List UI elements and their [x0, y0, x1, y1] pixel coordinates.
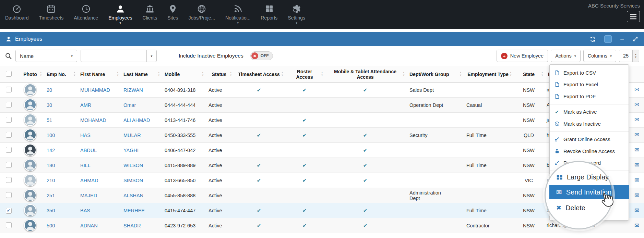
send-email-icon[interactable]: ✉	[634, 102, 639, 108]
spinner-icons[interactable]: ▲▼	[632, 50, 639, 62]
emp-no-link[interactable]: 500	[47, 223, 55, 228]
column-header-mobile-tablet-attendance-access[interactable]: Mobile & Tablet Attendance Access▲▼	[324, 66, 406, 83]
sort-icons[interactable]: ▲▼	[403, 71, 405, 77]
select-all-header[interactable]	[0, 66, 17, 83]
row-checkbox[interactable]: ✔	[6, 208, 12, 214]
first-name-link[interactable]: ADNAN	[80, 223, 98, 228]
nav-item-clients[interactable]: Clients▾	[137, 0, 162, 29]
emp-no-link[interactable]: 20	[47, 87, 52, 93]
avatar[interactable]	[24, 99, 36, 111]
sort-icons[interactable]: ▲▼	[158, 71, 160, 77]
last-name-link[interactable]: RIZWAN	[123, 87, 143, 93]
row-checkbox[interactable]	[6, 192, 12, 198]
sort-icons[interactable]: ▲▼	[460, 71, 462, 77]
new-employee-button[interactable]: + New Employee	[497, 50, 548, 62]
include-inactive-toggle[interactable]: ✖ OFF	[250, 51, 273, 60]
columns-button[interactable]: Columns ▾	[583, 50, 616, 62]
emp-no-link[interactable]: 142	[47, 148, 55, 153]
row-checkbox[interactable]	[6, 117, 12, 123]
first-name-link[interactable]: MAJED	[80, 193, 97, 198]
avatar[interactable]	[24, 189, 36, 201]
search-field-select[interactable]: Name ▾	[15, 50, 77, 62]
sort-icons[interactable]: ▲▼	[73, 71, 76, 77]
nav-item-settings[interactable]: Settings▾	[283, 0, 310, 29]
send-email-icon[interactable]: ✉	[634, 222, 639, 229]
row-checkbox[interactable]	[6, 102, 12, 108]
column-header-mobile[interactable]: Mobile▲▼	[161, 66, 205, 83]
last-name-link[interactable]: YAGHI	[123, 148, 139, 153]
avatar[interactable]	[24, 114, 36, 126]
column-header-emp-no[interactable]: Emp No.▲▼	[43, 66, 77, 83]
column-header-employment-type[interactable]: Employment Type▲▼	[463, 66, 513, 83]
column-header-state[interactable]: State▲▼	[513, 66, 545, 83]
column-header-last-name[interactable]: Last Name▲▼	[120, 66, 161, 83]
nav-item-timesheets[interactable]: Timesheets▾	[34, 0, 69, 29]
nav-item-sites[interactable]: Sites▾	[162, 0, 183, 29]
menu-item-revoke-online-access[interactable]: Revoke Online Access	[550, 145, 629, 157]
row-checkbox[interactable]	[6, 132, 12, 138]
first-name-link[interactable]: MUHAMMAD	[80, 87, 110, 93]
row-checkbox[interactable]	[6, 87, 12, 92]
avatar[interactable]	[24, 174, 36, 186]
sort-icons[interactable]: ▲▼	[321, 71, 323, 77]
menu-item-large-display[interactable]: Large Display	[549, 169, 629, 185]
first-name-link[interactable]: BILL	[80, 163, 91, 168]
row-checkbox[interactable]	[6, 177, 12, 183]
avatar[interactable]	[24, 204, 36, 216]
refresh-icon[interactable]	[589, 36, 596, 42]
hamburger-menu-button[interactable]	[627, 11, 640, 22]
last-name-link[interactable]: ALI AHMAD	[123, 117, 150, 123]
avatar[interactable]	[24, 144, 36, 156]
first-name-link[interactable]: AMR	[80, 102, 91, 108]
last-name-link[interactable]: MULAR	[123, 133, 141, 138]
menu-item-delete[interactable]: ✖ Delete	[549, 199, 629, 216]
emp-no-link[interactable]: 251	[47, 193, 55, 198]
page-size-select[interactable]: 25 ▲▼	[619, 50, 639, 62]
column-header-first-name[interactable]: First Name▲▼	[77, 66, 120, 83]
column-header-timesheet-access[interactable]: Timesheet Access▲▼	[233, 66, 285, 83]
send-email-icon[interactable]: ✉	[634, 87, 639, 93]
first-name-link[interactable]: MOHAMAD	[80, 117, 106, 123]
last-name-link[interactable]: WILSON	[123, 163, 143, 168]
nav-item-dashboard[interactable]: Dashboard▾	[0, 0, 34, 29]
column-header-dept-work-group[interactable]: Dept/Work Group▲▼	[406, 66, 463, 83]
row-checkbox[interactable]	[6, 147, 12, 153]
sort-icons[interactable]: ▲▼	[230, 71, 232, 77]
menu-item-export-to-csv[interactable]: Export to CSV	[550, 67, 629, 79]
search-options-button[interactable]: ▾	[146, 50, 157, 62]
send-email-icon[interactable]: ✉	[634, 177, 639, 184]
actions-button[interactable]: Actions ▾	[551, 50, 581, 62]
avatar[interactable]	[24, 84, 36, 96]
send-email-icon[interactable]: ✉	[634, 132, 639, 138]
first-name-link[interactable]: AHMAD	[80, 178, 98, 183]
emp-no-link[interactable]: 51	[47, 117, 52, 123]
avatar[interactable]	[24, 159, 36, 171]
nav-item-attendance[interactable]: Attendance▾	[69, 0, 103, 29]
sort-icons[interactable]: ▲▼	[281, 71, 284, 77]
nav-item-notifications[interactable]: Notificatio...▾	[220, 0, 255, 29]
sort-icons[interactable]: ▲▼	[117, 71, 119, 77]
emp-no-link[interactable]: 350	[47, 208, 55, 213]
nav-item-jobs[interactable]: Jobs/Proje...▾	[183, 0, 220, 29]
column-header-status[interactable]: Status▲▼	[205, 66, 233, 83]
avatar[interactable]	[24, 219, 36, 231]
send-email-icon[interactable]: ✉	[634, 207, 639, 214]
row-checkbox[interactable]	[6, 162, 12, 168]
menu-item-grant-online-access[interactable]: Grant Online Access	[550, 134, 629, 146]
expand-icon[interactable]	[632, 36, 639, 42]
row-checkbox[interactable]	[6, 222, 12, 228]
last-name-link[interactable]: MERHEE	[123, 208, 145, 213]
sort-icons[interactable]: ▲▼	[541, 71, 544, 77]
menu-item-export-to-pdf[interactable]: Export to PDF	[550, 90, 629, 102]
select-all-checkbox[interactable]	[6, 71, 12, 77]
nav-item-employees[interactable]: Employees▾	[103, 0, 137, 29]
send-email-icon[interactable]: ✉	[634, 117, 639, 123]
last-name-link[interactable]: Omar	[123, 102, 136, 108]
sort-icons[interactable]: ▲▼	[202, 71, 204, 77]
menu-item-mark-as-active[interactable]: ✔Mark as Active	[550, 106, 629, 118]
emp-no-link[interactable]: 100	[47, 133, 55, 138]
panel-color-button[interactable]	[604, 35, 612, 43]
sort-icons[interactable]: ▲▼	[510, 71, 512, 77]
last-name-link[interactable]: SHADR	[123, 223, 141, 228]
last-name-link[interactable]: SIMSON	[123, 178, 143, 183]
